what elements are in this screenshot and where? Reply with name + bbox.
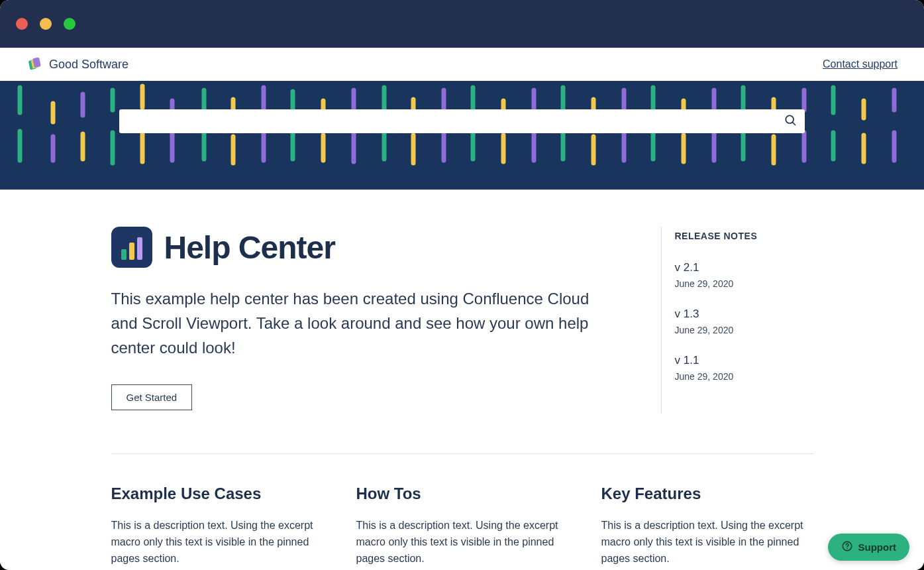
release-version: v 2.1 bbox=[675, 261, 813, 274]
search-icon[interactable] bbox=[784, 113, 797, 129]
card-description: This is a description text. Using the ex… bbox=[111, 518, 323, 567]
release-version: v 1.1 bbox=[675, 354, 813, 367]
release-date: June 29, 2020 bbox=[675, 325, 813, 335]
search-bar[interactable] bbox=[119, 109, 805, 133]
top-nav: Good Software Contact support bbox=[0, 48, 924, 81]
support-widget-button[interactable]: Support bbox=[828, 534, 910, 561]
card-title: Example Use Cases bbox=[111, 484, 323, 503]
release-note-item[interactable]: v 2.1 June 29, 2020 bbox=[675, 261, 813, 289]
window-titlebar bbox=[0, 0, 924, 48]
page-description: This example help center has been create… bbox=[111, 286, 601, 361]
window-minimize-button[interactable] bbox=[40, 18, 52, 30]
card-how-tos[interactable]: How Tos This is a description text. Usin… bbox=[356, 484, 568, 567]
window-zoom-button[interactable] bbox=[64, 18, 76, 30]
brand-name: Good Software bbox=[49, 58, 128, 72]
help-center-intro: Help Center This example help center has… bbox=[111, 227, 628, 414]
card-title: Key Features bbox=[601, 484, 813, 503]
page-content: Good Software Contact support bbox=[0, 48, 924, 570]
brand[interactable]: Good Software bbox=[26, 56, 128, 72]
window-close-button[interactable] bbox=[16, 18, 28, 30]
release-date: June 29, 2020 bbox=[675, 278, 813, 289]
contact-support-link[interactable]: Contact support bbox=[823, 58, 898, 70]
card-key-features[interactable]: Key Features This is a description text.… bbox=[601, 484, 813, 567]
pinned-pages: Example Use Cases This is a description … bbox=[111, 484, 813, 567]
main-section: Help Center This example help center has… bbox=[0, 190, 924, 567]
card-description: This is a description text. Using the ex… bbox=[601, 518, 813, 567]
card-description: This is a description text. Using the ex… bbox=[356, 518, 568, 567]
hero-pattern bbox=[0, 81, 924, 190]
hero-banner bbox=[0, 81, 924, 190]
support-widget-label: Support bbox=[858, 542, 897, 553]
page-title: Help Center bbox=[164, 229, 335, 266]
release-notes-panel: RELEASE NOTES v 2.1 June 29, 2020 v 1.3 … bbox=[661, 227, 813, 414]
brand-logo-icon bbox=[26, 56, 42, 72]
get-started-button[interactable]: Get Started bbox=[111, 384, 193, 410]
release-note-item[interactable]: v 1.1 June 29, 2020 bbox=[675, 354, 813, 382]
release-version: v 1.3 bbox=[675, 308, 813, 321]
svg-line-64 bbox=[793, 123, 796, 125]
release-notes-heading: RELEASE NOTES bbox=[675, 231, 813, 241]
search-input[interactable] bbox=[127, 116, 784, 127]
browser-window: Good Software Contact support bbox=[0, 0, 924, 570]
release-date: June 29, 2020 bbox=[675, 371, 813, 382]
help-icon bbox=[841, 540, 853, 554]
section-divider bbox=[111, 453, 813, 454]
card-example-use-cases[interactable]: Example Use Cases This is a description … bbox=[111, 484, 323, 567]
release-note-item[interactable]: v 1.3 June 29, 2020 bbox=[675, 308, 813, 335]
card-title: How Tos bbox=[356, 484, 568, 503]
svg-point-66 bbox=[847, 548, 848, 549]
help-center-icon bbox=[111, 227, 152, 268]
